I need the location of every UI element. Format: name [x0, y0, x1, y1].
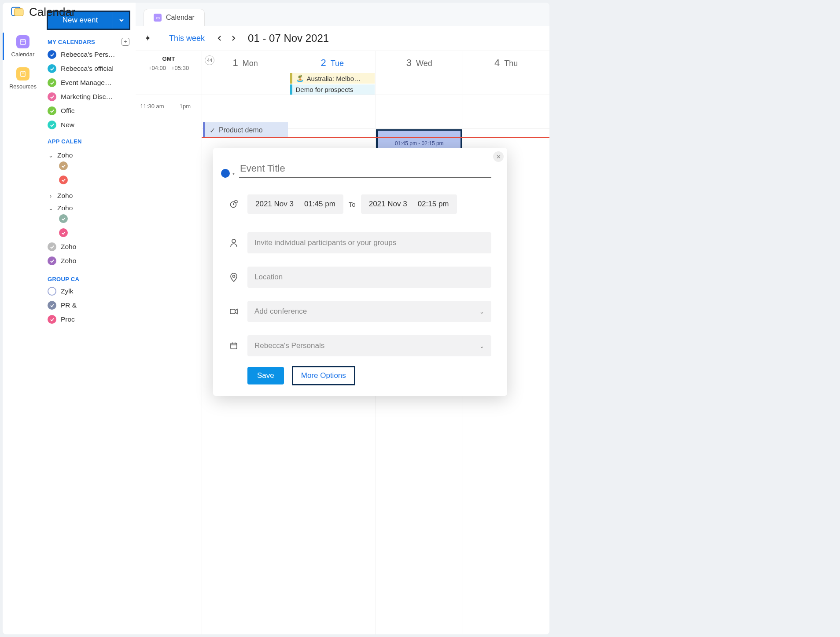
chevron-down-icon: ⌄ [479, 308, 484, 315]
calendar-color-badge [48, 301, 56, 310]
allday-event[interactable]: 🏝️ Australia: Melbo… [290, 73, 375, 84]
svg-rect-2 [20, 40, 26, 44]
palm-icon: 🏝️ [296, 74, 304, 82]
close-button[interactable]: ✕ [493, 151, 504, 162]
calendar-color-badge [48, 287, 56, 296]
calendar-list-item[interactable]: Zoho [48, 242, 129, 251]
calendar-icon [229, 342, 239, 350]
quick-event-popover: ✕ ▾ 2021 Nov 3 01:45 pm To [213, 148, 507, 396]
current-time-indicator [202, 137, 549, 138]
person-icon [229, 238, 239, 247]
this-week-link[interactable]: This week [169, 34, 205, 43]
svg-rect-4 [21, 71, 25, 77]
calendar-color-picker[interactable] [221, 169, 230, 178]
calendar-color-badge [48, 121, 56, 129]
calendar-list-item[interactable]: Rebecca's Pers… [48, 50, 129, 59]
svg-rect-10 [230, 309, 235, 314]
svg-point-9 [233, 275, 235, 278]
calendar-list-item[interactable]: Marketing Disc… [48, 92, 129, 101]
calendar-list-item[interactable]: Event Manage… [48, 78, 129, 87]
calendar-color-badge [59, 228, 68, 237]
calendar-list-item[interactable] [59, 228, 129, 237]
calendar-list-item[interactable]: Offic [48, 106, 129, 115]
tree-caret-icon: ⌄ [48, 205, 54, 212]
calendar-color-badge [48, 315, 56, 324]
timezone-offset-1: +04:00 [148, 65, 166, 71]
time-label: 1pm [169, 103, 202, 634]
calendar-icon [16, 35, 29, 48]
prev-week-button[interactable] [214, 33, 225, 44]
app-calendar-folder[interactable]: ›Zoho [48, 190, 129, 202]
calendar-icon: ▭ [154, 14, 162, 22]
location-input[interactable]: Location [247, 267, 491, 288]
calendar-list-item[interactable]: Zoho [48, 256, 129, 265]
app-calendars-heading: APP CALEN [48, 138, 82, 145]
calendar-color-badge [59, 176, 68, 184]
save-button[interactable]: Save [247, 367, 284, 384]
more-options-button[interactable]: More Options [292, 366, 355, 385]
quick-add-icon[interactable]: ✦ [144, 33, 151, 43]
calendar-list-item[interactable]: Proc [48, 315, 129, 324]
video-icon [229, 308, 239, 315]
calendar-list-item[interactable]: PR & [48, 301, 129, 310]
event-title-input[interactable] [239, 160, 491, 178]
app-calendar-folder[interactable]: ⌄Zoho [48, 202, 129, 214]
resources-icon [16, 67, 29, 81]
calendar-color-badge [48, 106, 56, 115]
calendar-list-item[interactable] [59, 161, 129, 170]
tree-caret-icon: › [48, 193, 54, 199]
tree-caret-icon: ⌄ [48, 152, 54, 159]
week-number-badge: 44 [205, 55, 214, 65]
calendar-color-badge [48, 92, 56, 101]
calendar-color-badge [48, 256, 56, 265]
svg-rect-1 [15, 8, 23, 16]
svg-rect-11 [231, 343, 237, 349]
calendar-list-item[interactable] [59, 176, 129, 184]
event-product-demo[interactable]: ✓ Product demo [203, 122, 288, 138]
nav-calendar[interactable]: Calendar [3, 35, 43, 58]
check-icon: ✓ [210, 126, 215, 135]
time-label: 11:30 am [136, 103, 169, 634]
gmt-label: GMT [141, 55, 196, 62]
chevron-down-icon[interactable]: ▾ [232, 171, 235, 176]
date-range-label: 01 - 07 Nov 2021 [248, 32, 329, 44]
group-calendars-heading: GROUP CA [48, 276, 79, 282]
end-datetime[interactable]: 2021 Nov 3 02:15 pm [361, 194, 457, 214]
nav-resources[interactable]: Resources [3, 67, 43, 90]
calendar-color-badge [48, 50, 56, 59]
start-datetime[interactable]: 2021 Nov 3 01:45 pm [247, 194, 343, 214]
calendar-list-item[interactable]: Zylk [48, 287, 129, 296]
calendar-color-badge [48, 64, 56, 73]
calendar-list-item[interactable] [59, 214, 129, 223]
timezone-offset-2: +05:30 [171, 65, 189, 71]
tab-calendar[interactable]: ▭ Calendar [144, 9, 205, 26]
allday-event[interactable]: Demo for prospects [290, 84, 375, 95]
calendar-select[interactable]: Rebecca's Personals ⌄ [247, 335, 491, 356]
app-calendar-folder[interactable]: ⌄Zoho [48, 149, 129, 161]
add-calendar-button[interactable]: + [122, 38, 129, 46]
location-icon [229, 272, 239, 282]
app-brand: Calendar [11, 5, 76, 19]
chevron-down-icon: ⌄ [479, 343, 484, 349]
svg-point-8 [232, 239, 236, 243]
chevron-down-icon[interactable] [113, 11, 129, 29]
calendar-app-icon [11, 6, 24, 18]
calendar-list-item[interactable]: New [48, 121, 129, 129]
calendar-color-badge [48, 242, 56, 251]
conference-select[interactable]: Add conference ⌄ [247, 301, 491, 322]
app-title: Calendar [29, 5, 76, 19]
calendar-list-item[interactable]: Rebecca's official [48, 64, 129, 73]
clock-icon [229, 200, 239, 209]
calendar-color-badge [59, 214, 68, 223]
participants-input[interactable]: Invite individual participants or your g… [247, 232, 491, 253]
next-week-button[interactable] [228, 33, 239, 44]
calendar-color-badge [59, 161, 68, 170]
my-calendars-heading: MY CALENDARS [48, 39, 95, 45]
new-event-slot[interactable]: 01:45 pm - 02:15 pm [376, 129, 462, 150]
calendar-color-badge [48, 78, 56, 87]
